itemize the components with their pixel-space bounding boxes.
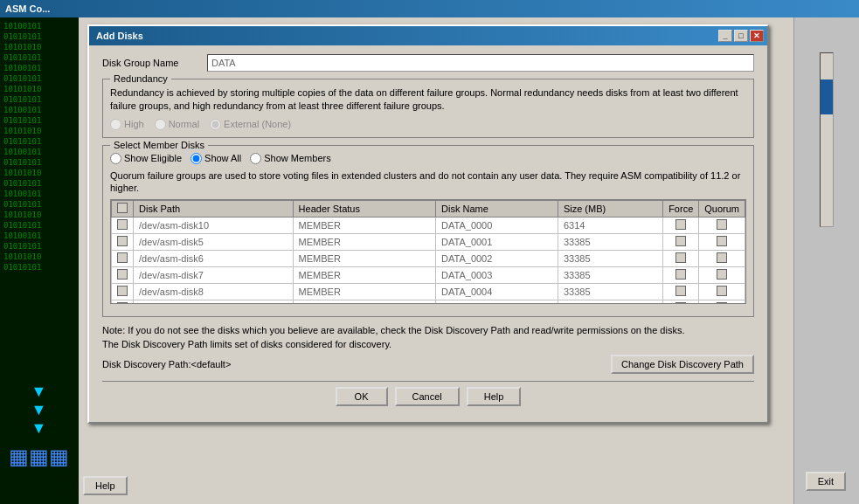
- row-quorum-2: [699, 251, 745, 267]
- header-checkbox[interactable]: [117, 203, 128, 213]
- row-diskpath-3: /dev/asm-disk7: [134, 267, 294, 284]
- row-size-0: 6314: [558, 217, 662, 234]
- radio-high[interactable]: [110, 119, 121, 130]
- disk-group-input[interactable]: [207, 54, 754, 72]
- col-size-header: Size (MB): [558, 201, 662, 217]
- row-checkbox-5[interactable]: [117, 302, 128, 304]
- show-all-text: Show All: [204, 153, 241, 163]
- matrix-text: 1010010101010101101010100101010110100101…: [0, 17, 79, 276]
- row-diskname-3: DATA_0003: [436, 267, 558, 284]
- row-diskname-2: DATA_0002: [436, 251, 558, 267]
- disk-table-body: /dev/asm-disk10 MEMBER DATA_0000 6314 /d…: [112, 217, 745, 305]
- modal-overlay: Add Disks _ □ ✕ Disk Group Name: [74, 17, 782, 504]
- row-force-1: [663, 234, 699, 251]
- titlebar-buttons: _ □ ✕: [718, 30, 764, 42]
- row-force-0: [663, 217, 699, 234]
- row-checkbox-cell: [112, 300, 134, 305]
- col-force-header: Force: [663, 201, 699, 217]
- show-members-text: Show Members: [264, 153, 330, 163]
- col-check-header: [112, 201, 134, 217]
- table-row: /dev/asm-disk9 MEMBER DATA_0005 33385: [112, 300, 745, 305]
- row-force-check-5[interactable]: [675, 302, 686, 304]
- table-row: /dev/asm-disk10 MEMBER DATA_0000 6314: [112, 217, 745, 234]
- add-disks-dialog: Add Disks _ □ ✕ Disk Group Name: [87, 24, 769, 424]
- table-row: /dev/asm-disk7 MEMBER DATA_0003 33385: [112, 267, 745, 284]
- row-force-check-2[interactable]: [675, 252, 686, 263]
- disk-group-label: Disk Group Name: [102, 58, 207, 68]
- row-quorum-check-5[interactable]: [717, 302, 727, 304]
- disk-table-header: Disk Path Header Status Disk Name Size (…: [112, 201, 745, 217]
- row-checkbox-0[interactable]: [117, 219, 128, 230]
- row-quorum-check-4[interactable]: [717, 286, 727, 296]
- table-row: /dev/asm-disk8 MEMBER DATA_0004 33385: [112, 284, 745, 300]
- row-status-3: MEMBER: [293, 267, 435, 284]
- radio-high-text: High: [124, 119, 144, 129]
- row-force-3: [663, 267, 699, 284]
- show-all-label: Show All: [191, 153, 241, 164]
- radio-normal-text: Normal: [169, 119, 199, 129]
- row-force-4: [663, 284, 699, 300]
- maximize-button[interactable]: □: [734, 30, 748, 42]
- row-diskname-4: DATA_0004: [436, 284, 558, 300]
- disk-table: Disk Path Header Status Disk Name Size (…: [111, 200, 745, 304]
- row-size-3: 33385: [558, 267, 662, 284]
- row-diskpath-2: /dev/asm-disk6: [134, 251, 294, 267]
- down-arrows-icon: ▼▼▼: [31, 383, 47, 438]
- right-panel: [793, 17, 859, 504]
- row-status-0: MEMBER: [293, 217, 435, 234]
- exit-button[interactable]: Exit: [806, 472, 846, 491]
- row-diskpath-5: /dev/asm-disk9: [134, 300, 294, 305]
- cancel-button[interactable]: Cancel: [395, 387, 460, 406]
- row-quorum-check-0[interactable]: [717, 219, 727, 230]
- row-checkbox-3[interactable]: [117, 269, 128, 280]
- minimize-button[interactable]: _: [718, 30, 732, 42]
- row-quorum-5: [699, 300, 745, 305]
- show-members-radio[interactable]: [250, 153, 261, 164]
- scrollbar[interactable]: [820, 52, 834, 227]
- row-diskpath-0: /dev/asm-disk10: [134, 217, 294, 234]
- row-checkbox-4[interactable]: [117, 286, 128, 296]
- redundancy-group-title: Redundancy: [110, 73, 171, 84]
- help-button-dialog[interactable]: Help: [467, 387, 522, 406]
- row-quorum-0: [699, 217, 745, 234]
- row-checkbox-2[interactable]: [117, 252, 128, 263]
- row-force-check-3[interactable]: [675, 269, 686, 280]
- row-checkbox-1[interactable]: [117, 236, 128, 246]
- show-members-label: Show Members: [250, 153, 330, 164]
- show-all-radio[interactable]: [191, 153, 202, 164]
- disk-table-container[interactable]: Disk Path Header Status Disk Name Size (…: [110, 199, 746, 304]
- row-checkbox-cell: [112, 251, 134, 267]
- change-path-button[interactable]: Change Disk Discovery Path: [611, 355, 754, 374]
- show-eligible-radio[interactable]: [110, 153, 121, 164]
- col-quorum-header: Quorum: [699, 201, 745, 217]
- dialog-buttons: OK Cancel Help: [102, 381, 754, 413]
- discovery-path-label: Disk Discovery Path:<default>: [102, 359, 231, 369]
- row-diskname-5: DATA_0005: [436, 300, 558, 305]
- radio-normal-label: Normal: [155, 119, 199, 130]
- row-quorum-check-1[interactable]: [717, 236, 727, 246]
- row-checkbox-cell: [112, 284, 134, 300]
- dialog-body: Disk Group Name Redundancy Redundancy is…: [89, 45, 767, 422]
- col-diskname-header: Disk Name: [436, 201, 558, 217]
- row-quorum-check-2[interactable]: [717, 252, 727, 263]
- radio-external-text: External (None): [224, 119, 291, 129]
- asm-titlebar: ASM Co...: [0, 0, 859, 17]
- row-diskpath-4: /dev/asm-disk8: [134, 284, 294, 300]
- ok-button[interactable]: OK: [336, 387, 388, 406]
- row-quorum-check-3[interactable]: [717, 269, 727, 280]
- storage-icon: ▦▦▦: [9, 445, 69, 469]
- row-size-1: 33385: [558, 234, 662, 251]
- row-force-check-1[interactable]: [675, 236, 686, 246]
- row-status-1: MEMBER: [293, 234, 435, 251]
- asm-title: ASM Co...: [5, 3, 50, 14]
- radio-normal[interactable]: [155, 119, 166, 130]
- note-text: Note: If you do not see the disks which …: [102, 325, 684, 349]
- dialog-title: Add Disks: [96, 31, 143, 41]
- row-force-check-4[interactable]: [675, 286, 686, 296]
- row-force-5: [663, 300, 699, 305]
- row-force-check-0[interactable]: [675, 219, 686, 230]
- left-panel-icons: ▼▼▼ ▦▦▦: [9, 383, 69, 469]
- radio-external[interactable]: [210, 119, 221, 130]
- close-button[interactable]: ✕: [750, 30, 764, 42]
- redundancy-radio-row: High Normal External (None): [110, 119, 746, 130]
